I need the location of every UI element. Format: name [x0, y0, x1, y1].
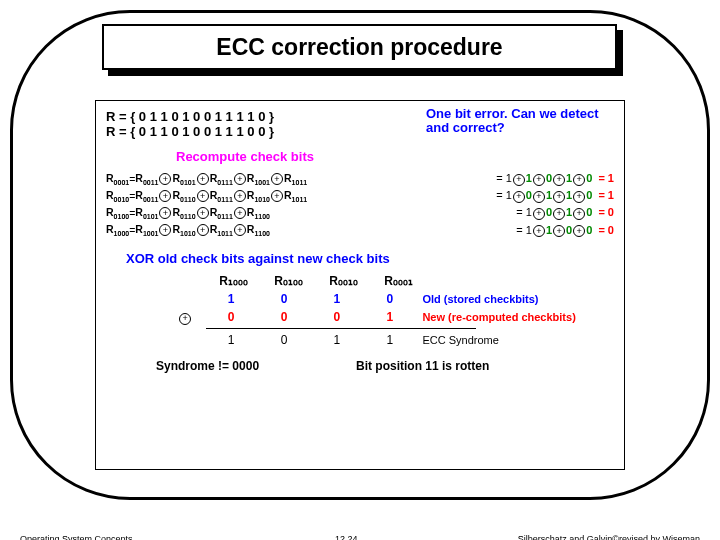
res-1: 1: [205, 333, 258, 347]
footer-right: Silberschatz and Galvin©revised by Wisem…: [518, 534, 700, 540]
xor-new-row: + 0 0 0 1 New (re-computed checkbits): [166, 308, 614, 326]
sidenote: One bit error. Can we detect and correct…: [426, 107, 618, 136]
old-label: Old (stored checkbits): [416, 293, 614, 305]
syndrome-line: Syndrome != 0000 Bit position 11 is rott…: [106, 359, 614, 373]
old-1: 1: [205, 292, 258, 306]
new-3: 0: [310, 310, 363, 324]
xor-table: R₁₀₀₀ R₀₁₀₀ R₀₀₁₀ R₀₀₀₁ 1 0 1 0 Old (sto…: [166, 272, 614, 349]
hr: [206, 328, 476, 329]
calc-row-3: R1000= R1001+R1010+R1011+R1100= 1+1+0+0 …: [106, 223, 614, 237]
new-1: 0: [205, 310, 258, 324]
content-box: R = { 0 1 1 0 1 0 0 1 1 1 1 0 } R = { 0 …: [95, 100, 625, 470]
xor-result-row: 1 0 1 1 ECC Syndrome: [166, 331, 614, 349]
xor-h4: R₀₀₀₁: [384, 274, 413, 288]
slide-title: ECC correction procedure: [102, 24, 617, 70]
calc-row-2: R0100= R0101+R0110+R0111+R1100= 1+0+1+0 …: [106, 206, 614, 220]
res-2: 0: [257, 333, 310, 347]
calc-row-1: R0010= R0011+R0110+R0111+R1010+R1011= 1+…: [106, 189, 614, 203]
xor-h2: R₀₁₀₀: [274, 274, 303, 288]
recompute-heading: Recompute check bits: [176, 149, 614, 164]
footer-left: Operating System Concepts: [20, 534, 133, 540]
title-container: ECC correction procedure: [102, 24, 617, 70]
footer-center: 12.24: [335, 534, 358, 540]
old-2: 0: [257, 292, 310, 306]
xor-heading: XOR old check bits against new check bit…: [126, 251, 614, 266]
syndrome-left: Syndrome != 0000: [106, 359, 356, 373]
xor-h3: R₀₀₁₀: [329, 274, 358, 288]
syndrome-right: Bit position 11 is rotten: [356, 359, 489, 373]
new-2: 0: [257, 310, 310, 324]
xor-old-row: 1 0 1 0 Old (stored checkbits): [166, 290, 614, 308]
res-3: 1: [310, 333, 363, 347]
new-label: New (re-computed checkbits): [416, 311, 614, 323]
syn-label: ECC Syndrome: [416, 334, 614, 346]
old-4: 0: [363, 292, 416, 306]
xor-h1: R₁₀₀₀: [219, 274, 248, 288]
xor-header-row: R₁₀₀₀ R₀₁₀₀ R₀₀₁₀ R₀₀₀₁: [166, 272, 614, 290]
xor-icon: +: [179, 313, 191, 325]
res-4: 1: [363, 333, 416, 347]
old-3: 1: [310, 292, 363, 306]
new-4: 1: [363, 310, 416, 324]
calc-row-0: R0001= R0011+R0101+R0111+R1001+R1011= 1+…: [106, 172, 614, 186]
